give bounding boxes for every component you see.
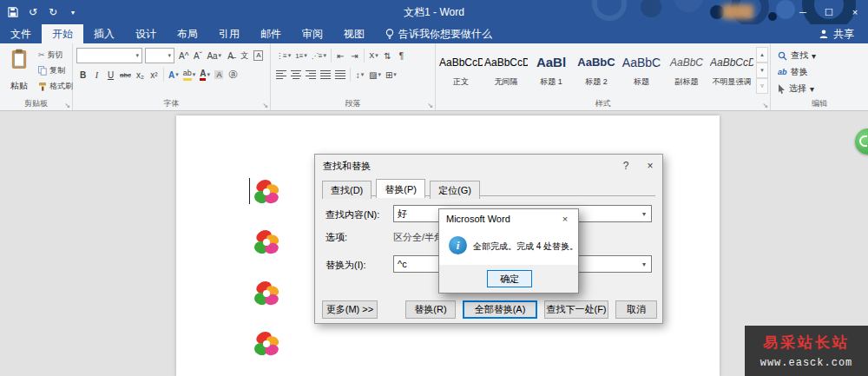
chevron-down-icon: ▾ [324, 52, 327, 59]
tab-file[interactable]: 文件 [0, 24, 42, 43]
text-effects-button[interactable]: A▾ [167, 67, 181, 82]
tab-layout[interactable]: 布局 [167, 24, 208, 43]
tab-view[interactable]: 视图 [333, 24, 375, 43]
replace-one-button[interactable]: 替换(R) [405, 300, 456, 319]
tellme-search[interactable]: 告诉我你想要做什么 [375, 24, 503, 43]
styles-dialog-launcher[interactable]: ↘ [762, 102, 768, 109]
maximize-button[interactable]: ☐ [816, 0, 842, 24]
styles-scroll-up-button[interactable]: ▴ [756, 47, 768, 63]
dialog-titlebar[interactable]: 查找和替换 ? × [315, 155, 662, 177]
group-label-clipboard: 剪贴板 [0, 98, 72, 109]
tab-references[interactable]: 引用 [208, 24, 250, 43]
numbering-button[interactable]: 1≡▾ [293, 48, 309, 63]
minimize-button[interactable]: ─ [790, 0, 816, 24]
select-button[interactable]: 选择 ▾ [778, 82, 816, 96]
tab-find[interactable]: 查找(D) [322, 181, 372, 199]
font-dialog-launcher[interactable]: ↘ [262, 102, 268, 109]
align-right-button[interactable] [304, 67, 318, 82]
redo-button[interactable]: ↻ [47, 4, 59, 20]
save-button[interactable] [7, 4, 19, 20]
floating-speed-widget[interactable] [855, 129, 868, 155]
style-sample: AaBbCcD [484, 52, 528, 73]
strikethrough-button[interactable]: abc [118, 67, 133, 82]
bold-button[interactable]: B [76, 67, 89, 82]
document-logo-image[interactable] [253, 228, 280, 256]
format-painter-button[interactable]: 格式刷 [36, 79, 75, 93]
character-border-button[interactable]: A [252, 48, 265, 63]
style-normal[interactable]: AaBbCcD正文 [438, 46, 483, 96]
change-case-button[interactable]: Aa▾ [205, 48, 223, 63]
close-button[interactable]: × [842, 0, 868, 24]
paragraph-dialog-launcher[interactable]: ↘ [427, 102, 433, 109]
align-left-button[interactable] [274, 67, 288, 82]
find-next-button[interactable]: 查找下一处(F) [544, 300, 608, 319]
dialog-help-button[interactable]: ? [614, 155, 638, 177]
style-subtitle[interactable]: AaBbC副标题 [664, 46, 709, 96]
highlight-button[interactable]: ab▾ [181, 67, 198, 82]
superscript-button[interactable]: x² [148, 67, 161, 82]
distribute-button[interactable] [333, 67, 347, 82]
italic-button[interactable]: I [90, 67, 103, 82]
decrease-indent-button[interactable]: ⇤ [334, 48, 347, 63]
character-shading-button[interactable]: A [213, 67, 226, 82]
increase-indent-button[interactable]: ⇥ [348, 48, 361, 63]
multilevel-list-button[interactable]: ⋰≡▾ [310, 48, 328, 63]
msgbox-close-button[interactable]: × [552, 209, 578, 228]
cut-button[interactable]: ✂剪切 [36, 48, 75, 62]
undo-button[interactable]: ↺ [27, 4, 39, 20]
line-spacing-button[interactable]: ↕▾ [353, 67, 366, 82]
clipboard-dialog-launcher[interactable]: ↘ [64, 102, 70, 109]
qat-customize-button[interactable]: ▾ [67, 4, 79, 20]
styles-more-button[interactable]: ▿ [756, 78, 768, 94]
copy-button[interactable]: 复制 [36, 63, 75, 77]
paste-button[interactable]: 粘贴 [3, 47, 35, 94]
enclose-characters-button[interactable]: ⓐ [227, 67, 240, 82]
tab-review[interactable]: 审阅 [292, 24, 333, 43]
font-size-combo[interactable]: ▾ [145, 48, 174, 63]
ok-button[interactable]: 确定 [487, 270, 532, 287]
style-no-spacing[interactable]: AaBbCcD无间隔 [483, 46, 529, 96]
styles-scroll-down-button[interactable]: ▾ [756, 63, 768, 78]
document-logo-image[interactable] [253, 178, 280, 206]
font-color-button[interactable]: A▾ [198, 67, 212, 82]
tab-replace[interactable]: 替换(P) [376, 179, 425, 198]
tab-home[interactable]: 开始 [42, 24, 83, 43]
align-center-button[interactable] [289, 67, 303, 82]
document-logo-image[interactable] [253, 330, 280, 358]
borders-button[interactable]: ⊞▾ [384, 67, 398, 82]
style-sample: AaBbC [665, 52, 708, 73]
account-name-blurred[interactable] [722, 4, 753, 19]
replace-button[interactable]: ab 替换 [778, 65, 816, 79]
share-button[interactable]: 共享 [805, 24, 868, 43]
shrink-font-button[interactable]: Aˇ [191, 48, 204, 63]
style-heading2[interactable]: AaBbC标题 2 [574, 46, 619, 96]
cancel-button[interactable]: 取消 [615, 300, 657, 319]
justify-button[interactable] [319, 67, 332, 82]
shading-button[interactable]: ▨▾ [367, 67, 383, 82]
asian-layout-button[interactable]: X▾ [367, 48, 380, 63]
underline-button[interactable]: U [104, 67, 117, 82]
tab-mailings[interactable]: 邮件 [250, 24, 292, 43]
replace-all-button[interactable]: 全部替换(A) [463, 300, 537, 319]
document-logo-image[interactable] [253, 280, 280, 307]
sort-button[interactable]: ⇅ [381, 48, 394, 63]
show-marks-button[interactable]: ¶ [395, 48, 408, 63]
bullets-button[interactable]: ⋮≡▾ [274, 48, 293, 63]
style-subtle-emphasis[interactable]: AaBbCcD不明显强调 [709, 46, 754, 96]
replace-icon: ab [778, 68, 787, 76]
subscript-button[interactable]: x₂ [134, 67, 147, 82]
dialog-close-button[interactable]: × [638, 155, 662, 177]
grow-font-button[interactable]: A^ [177, 48, 190, 63]
font-name-combo[interactable]: ▾ [76, 48, 142, 63]
phonetic-guide-button[interactable]: 文 [238, 48, 251, 63]
msgbox-titlebar[interactable]: Microsoft Word × [439, 209, 578, 228]
more-button[interactable]: 更多(M) >> [322, 300, 378, 319]
style-sample: AaBl [529, 52, 573, 73]
tab-design[interactable]: 设计 [125, 24, 167, 43]
style-heading1[interactable]: AaBl标题 1 [529, 46, 574, 96]
tab-insert[interactable]: 插入 [83, 24, 125, 43]
clear-formatting-button[interactable]: A̶ [224, 48, 237, 63]
find-button[interactable]: 查找 ▾ [778, 49, 816, 63]
tab-goto[interactable]: 定位(G) [430, 181, 480, 199]
style-title[interactable]: AaBbC标题 [619, 46, 664, 96]
